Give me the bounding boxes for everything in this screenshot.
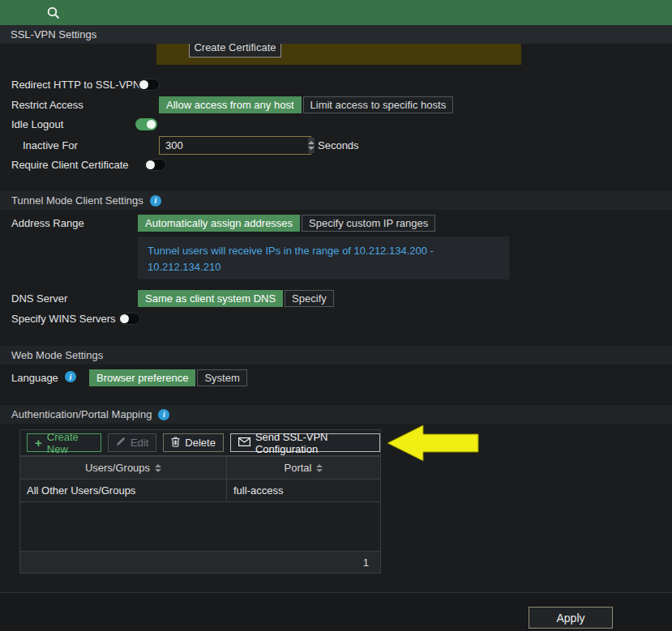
system-language-option[interactable]: System — [197, 369, 246, 386]
send-ssl-vpn-configuration-button[interactable]: Send SSL-VPN Configuration — [230, 433, 380, 452]
sort-icon — [155, 464, 161, 472]
portal-mapping-toolbar: + Create New Edit Delete Send SSL-VPN Co… — [19, 429, 381, 456]
tunnel-mode-title: Tunnel Mode Client Settings — [11, 194, 143, 207]
browser-preference-option[interactable]: Browser preference — [89, 369, 195, 386]
row-count: 1 — [363, 556, 369, 569]
plus-icon: + — [35, 437, 42, 449]
inactive-for-field — [159, 136, 311, 155]
limit-specific-hosts-option[interactable]: Limit access to specific hosts — [303, 96, 454, 113]
number-stepper[interactable] — [308, 138, 315, 153]
require-client-cert-label: Require Client Certificate — [11, 159, 129, 171]
sort-icon — [316, 464, 323, 472]
address-range-segmented: Automatically assign addresses Specify c… — [138, 215, 435, 232]
language-segmented: Browser preference System — [89, 369, 247, 386]
info-icon[interactable]: i — [150, 195, 161, 207]
restrict-access-label: Restrict Access — [11, 99, 83, 111]
delete-button[interactable]: Delete — [163, 433, 224, 452]
portal-mapping-title: Authentication/Portal Mapping — [11, 408, 152, 420]
create-new-button[interactable]: + Create New — [27, 433, 101, 452]
redirect-http-label: Redirect HTTP to SSL-VPN — [11, 79, 140, 91]
wins-servers-label: Specify WINS Servers — [11, 313, 116, 325]
trash-icon — [171, 437, 180, 450]
portal-mapping-section-header: Authentication/Portal Mapping i — [0, 405, 672, 424]
top-navigation-bar — [0, 0, 672, 25]
pencil-icon — [116, 437, 126, 449]
search-icon[interactable] — [45, 4, 62, 22]
info-icon[interactable]: i — [65, 371, 76, 382]
delete-label: Delete — [185, 437, 216, 449]
language-label: Language — [11, 372, 58, 384]
seconds-unit-label: Seconds — [318, 139, 359, 151]
tunnel-ip-range-info: Tunnel users will receive IPs in the ran… — [138, 237, 509, 279]
dns-server-label: DNS Server — [11, 292, 67, 305]
table-row[interactable]: All Other Users/Groups full-access — [20, 480, 380, 502]
users-groups-column-header[interactable]: Users/Groups — [20, 457, 227, 479]
annotation-arrow — [381, 421, 480, 468]
allow-any-host-option[interactable]: Allow access from any host — [159, 96, 302, 113]
stepper-down-icon[interactable] — [308, 147, 315, 150]
edit-button: Edit — [108, 433, 156, 452]
send-config-label: Send SSL-VPN Configuration — [255, 431, 372, 455]
inactive-for-input[interactable] — [160, 139, 308, 151]
auto-assign-addresses-option[interactable]: Automatically assign addresses — [138, 215, 300, 232]
web-mode-title: Web Mode Settings — [11, 349, 103, 361]
same-as-client-dns-option[interactable]: Same as client system DNS — [138, 290, 283, 307]
breadcrumb: SSL-VPN Settings — [0, 25, 672, 44]
tunnel-mode-section-header: Tunnel Mode Client Settings i — [0, 191, 672, 210]
toggle-knob — [120, 314, 129, 323]
info-icon[interactable]: i — [158, 409, 169, 420]
portal-column-header[interactable]: Portal — [227, 457, 380, 479]
page-title: SSL-VPN Settings — [11, 28, 96, 41]
redirect-http-toggle[interactable] — [138, 79, 160, 91]
table-empty-area — [20, 502, 380, 551]
restrict-access-segmented: Allow access from any host Limit access … — [159, 96, 453, 113]
table-header-row: Users/Groups Portal — [20, 457, 380, 480]
ssl-vpn-settings-page: SSL-VPN Settings Create Certificate Redi… — [0, 0, 672, 631]
toggle-knob — [146, 160, 155, 169]
portal-cell: full-access — [227, 480, 380, 501]
custom-ip-ranges-option[interactable]: Specify custom IP ranges — [302, 215, 435, 232]
envelope-icon — [238, 437, 250, 449]
wins-servers-toggle[interactable] — [118, 313, 140, 325]
column-label: Users/Groups — [85, 462, 150, 474]
require-client-cert-toggle[interactable] — [144, 159, 166, 171]
dns-server-segmented: Same as client system DNS Specify — [138, 290, 334, 307]
idle-logout-label: Idle Logout — [11, 118, 63, 130]
apply-button[interactable]: Apply — [529, 607, 613, 629]
toggle-knob — [139, 80, 148, 89]
column-label: Portal — [285, 462, 312, 474]
hamburger-menu-icon[interactable] — [12, 4, 30, 22]
users-groups-cell: All Other Users/Groups — [20, 480, 227, 501]
specify-dns-option[interactable]: Specify — [285, 290, 334, 307]
stepper-up-icon[interactable] — [308, 141, 315, 144]
idle-logout-toggle[interactable] — [135, 118, 157, 130]
address-range-label: Address Range — [11, 217, 84, 229]
inactive-for-label: Inactive For — [23, 139, 78, 151]
create-new-label: Create New — [47, 431, 93, 455]
web-mode-section-header: Web Mode Settings — [0, 346, 672, 365]
edit-label: Edit — [131, 437, 148, 449]
toggle-knob — [147, 120, 156, 129]
table-footer: 1 — [20, 551, 380, 573]
portal-mapping-table: Users/Groups Portal All Other Users/Grou… — [19, 456, 381, 573]
